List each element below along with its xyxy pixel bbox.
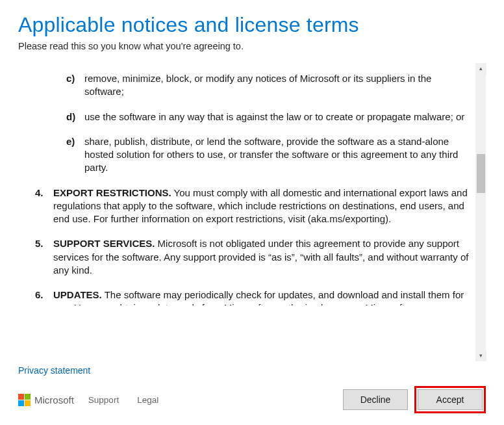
accept-button-highlight: Accept [414, 386, 486, 413]
license-main-item: 6. UPDATES. The software may periodicall… [30, 289, 471, 305]
main-item-number: 4. [35, 187, 53, 226]
sub-item-letter: d) [66, 110, 84, 123]
license-text-area: c) remove, minimize, block, or modify an… [18, 63, 475, 361]
license-main-item: 5. SUPPORT SERVICES. Microsoft is not ob… [30, 237, 471, 277]
scroll-down-arrow-icon[interactable]: ▾ [475, 350, 486, 361]
main-item-body: EXPORT RESTRICTIONS. You must comply wit… [53, 187, 471, 226]
main-item-body: UPDATES. The software may periodically c… [53, 289, 471, 305]
microsoft-logo-icon [18, 394, 31, 406]
support-link[interactable]: Support [88, 395, 119, 405]
main-item-number: 5. [35, 237, 53, 277]
scroll-thumb[interactable] [477, 154, 485, 193]
sub-item-letter: e) [66, 135, 84, 175]
legal-link[interactable]: Legal [137, 395, 158, 405]
license-sub-item: e) share, publish, distribute, or lend t… [30, 135, 471, 175]
microsoft-logo: Microsoft [18, 394, 74, 406]
scroll-up-arrow-icon[interactable]: ▴ [475, 63, 486, 74]
license-sub-item: c) remove, minimize, block, or modify an… [30, 72, 471, 99]
main-item-body: SUPPORT SERVICES. Microsoft is not oblig… [53, 237, 471, 277]
scrollbar[interactable]: ▴ ▾ [475, 63, 486, 361]
accept-button[interactable]: Accept [418, 389, 483, 410]
footer: Microsoft Support Legal Decline Accept [18, 381, 486, 425]
sub-item-text: use the software in any way that is agai… [84, 110, 471, 123]
license-sub-item: d) use the software in any way that is a… [30, 110, 471, 123]
sub-item-letter: c) [66, 72, 84, 99]
license-main-item: 4. EXPORT RESTRICTIONS. You must comply … [30, 187, 471, 226]
license-scroll-region: c) remove, minimize, block, or modify an… [18, 63, 486, 361]
page-title: Applicable notices and license terms [18, 13, 486, 37]
microsoft-brand-text: Microsoft [34, 394, 74, 406]
sub-item-text: remove, minimize, block, or modify any n… [84, 72, 471, 99]
main-item-number: 6. [35, 289, 53, 305]
page-subtitle: Please read this so you know what you're… [18, 41, 486, 51]
main-item-heading: UPDATES. [53, 289, 102, 300]
sub-item-text: share, publish, distribute, or lend the … [84, 135, 471, 175]
decline-button[interactable]: Decline [343, 389, 408, 410]
main-item-text: The software may periodically check for … [53, 289, 464, 305]
main-item-heading: SUPPORT SERVICES. [53, 238, 155, 249]
main-item-heading: EXPORT RESTRICTIONS. [53, 187, 171, 198]
privacy-statement-link[interactable]: Privacy statement [18, 361, 90, 381]
